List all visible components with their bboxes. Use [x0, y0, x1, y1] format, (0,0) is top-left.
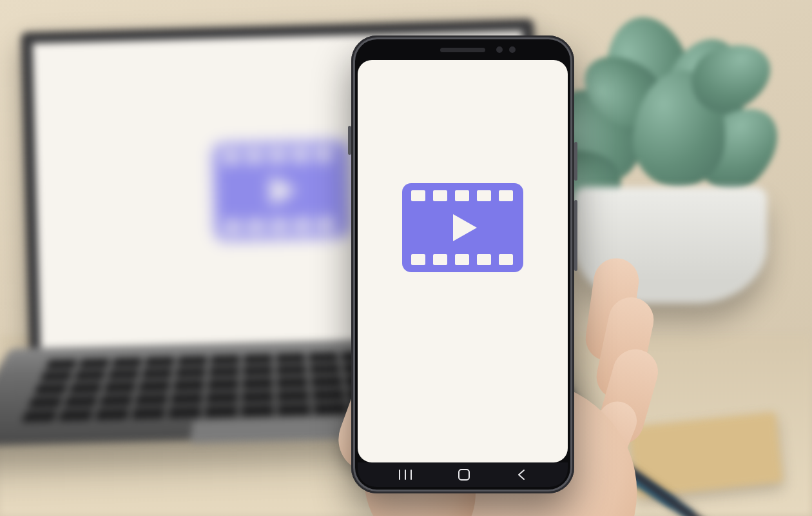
svg-rect-13	[411, 190, 425, 201]
phone-screen[interactable]	[358, 60, 568, 462]
svg-rect-22	[499, 254, 513, 265]
recent-apps-icon[interactable]	[399, 470, 412, 480]
phone-speaker	[440, 48, 485, 52]
svg-rect-9	[295, 219, 310, 231]
android-navbar	[358, 462, 568, 487]
svg-rect-10	[318, 218, 333, 230]
phone-side-button	[574, 142, 577, 181]
svg-rect-7	[248, 220, 264, 232]
svg-rect-5	[316, 148, 331, 161]
plant-pot	[574, 187, 767, 303]
svg-rect-18	[411, 254, 425, 265]
svg-rect-8	[271, 219, 287, 232]
svg-rect-6	[225, 221, 240, 233]
video-icon[interactable]	[402, 183, 523, 275]
svg-rect-1	[223, 151, 238, 163]
phone-side-button	[574, 200, 577, 271]
back-icon[interactable]	[516, 469, 527, 481]
svg-rect-27	[459, 470, 469, 480]
phone-side-button	[348, 126, 351, 155]
svg-rect-17	[499, 190, 513, 201]
svg-rect-21	[477, 254, 491, 265]
svg-rect-15	[455, 190, 469, 201]
svg-rect-3	[269, 150, 285, 162]
svg-rect-16	[477, 190, 491, 201]
laptop-trackpad	[190, 416, 363, 443]
video-icon	[213, 141, 351, 243]
svg-rect-2	[246, 150, 262, 163]
svg-rect-19	[433, 254, 447, 265]
phone-sensors	[496, 46, 516, 53]
scene-photo	[0, 0, 812, 516]
home-icon[interactable]	[458, 468, 470, 481]
svg-rect-20	[455, 254, 469, 265]
smartphone	[351, 35, 574, 493]
svg-rect-4	[293, 149, 308, 161]
svg-rect-14	[433, 190, 447, 201]
